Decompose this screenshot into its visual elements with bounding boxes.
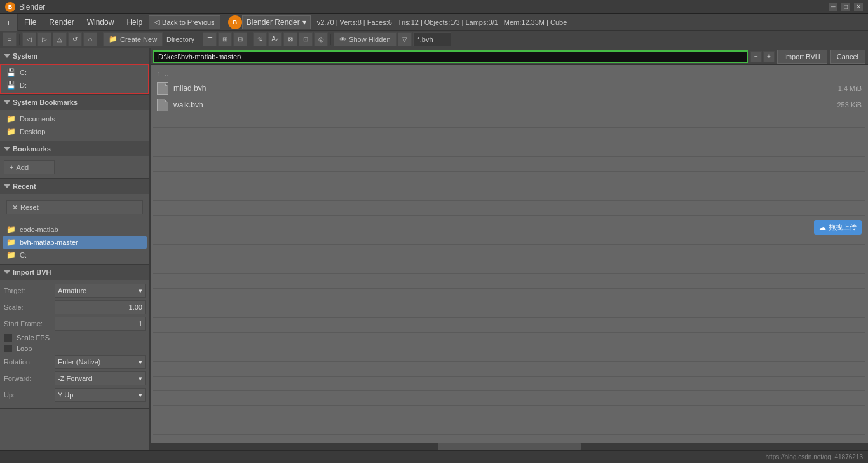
- drive-d[interactable]: 💾 D:: [3, 79, 147, 92]
- file-list-grid: [153, 113, 865, 440]
- create-new-button[interactable]: 📁 Create New: [103, 32, 163, 46]
- parent-directory-item[interactable]: ↑ ..: [153, 67, 865, 80]
- rotation-chevron-icon: ▾: [139, 358, 142, 366]
- recent-bvh-matlab-master[interactable]: 📁 bvh-matlab-master: [3, 236, 147, 249]
- scrollbar-thumb[interactable]: [438, 443, 581, 450]
- editor-type-button[interactable]: ≡: [3, 32, 17, 46]
- import-bvh-section: Import BVH Target: Armature ▾ Scale: 1.0…: [0, 265, 149, 409]
- filter-extension-input[interactable]: [413, 32, 451, 46]
- import-bvh-button[interactable]: Import BVH: [777, 50, 827, 64]
- code-matlab-folder-icon: 📁: [6, 225, 16, 234]
- scale-row: Scale: 1.00: [4, 300, 146, 314]
- render-menu[interactable]: Render: [43, 14, 80, 31]
- sidebar: System 💾 C: 💾 D: System Bookmarks: [0, 48, 151, 450]
- system-bookmarks-header[interactable]: System Bookmarks: [0, 95, 149, 110]
- filter-button[interactable]: ⊠: [283, 32, 297, 46]
- recent-collapse-icon: [4, 184, 10, 188]
- loop-checkbox[interactable]: [4, 344, 13, 353]
- system-drives: 💾 C: 💾 D:: [0, 64, 149, 94]
- sort-button[interactable]: ⇅: [253, 32, 267, 46]
- target-dropdown[interactable]: Armature ▾: [55, 284, 146, 298]
- walk-bvh-name: walk.bvh: [173, 100, 832, 109]
- forward-dropdown[interactable]: -Z Forward ▾: [55, 371, 146, 385]
- toolbar-separator-1: [19, 34, 20, 45]
- zoom-out-button[interactable]: −: [750, 51, 762, 62]
- toggle-button[interactable]: ◎: [314, 32, 328, 46]
- cloud-upload-button[interactable]: ☁ 拖拽上传: [814, 220, 862, 235]
- forward-chevron-icon: ▾: [139, 375, 142, 383]
- start-frame-input[interactable]: 1: [55, 317, 146, 331]
- view-grid-button[interactable]: ⊞: [218, 32, 232, 46]
- c-drive-label: C:: [20, 251, 27, 259]
- sort-az-button[interactable]: Az: [268, 32, 282, 46]
- bookmark-documents[interactable]: 📁 Documents: [3, 113, 147, 125]
- path-input[interactable]: [153, 50, 748, 63]
- view-tiles-button[interactable]: ⊟: [233, 32, 247, 46]
- select-all-button[interactable]: ⊡: [299, 32, 313, 46]
- file-walk-bvh[interactable]: walk.bvh 253 KiB: [153, 97, 865, 113]
- x-icon: ✕: [12, 204, 18, 212]
- nav-up-button[interactable]: △: [53, 32, 67, 46]
- add-bookmark-button[interactable]: + Add: [4, 160, 55, 174]
- show-hidden-button[interactable]: 👁 Show Hidden: [334, 32, 396, 46]
- toolbar-row: ≡ ◁ ▷ △ ↺ ⌂ 📁 Create New Directory ☰ ⊞ ⊟…: [0, 31, 868, 48]
- view-list-button[interactable]: ☰: [203, 32, 217, 46]
- drive-c[interactable]: 💾 C:: [3, 66, 147, 79]
- eye-icon: 👁: [339, 36, 346, 43]
- target-chevron-icon: ▾: [139, 287, 142, 295]
- bookmarks-header[interactable]: Bookmarks: [0, 141, 149, 156]
- nav-refresh-button[interactable]: ↺: [68, 32, 82, 46]
- render-engine-label: Blender Render: [247, 18, 300, 27]
- nav-back-button[interactable]: ◁: [22, 32, 36, 46]
- toolbar-separator-4: [250, 34, 250, 45]
- info-icon-button[interactable]: i: [0, 14, 18, 31]
- nav-forward-button[interactable]: ▷: [37, 32, 51, 46]
- maximize-button[interactable]: □: [841, 3, 850, 11]
- title-bar-left: B Blender: [5, 2, 45, 12]
- title-bar: B Blender ─ □ ✕: [0, 0, 868, 14]
- up-chevron-icon: ▾: [139, 391, 142, 399]
- help-menu[interactable]: Help: [120, 14, 149, 31]
- milad-bvh-name: milad.bvh: [173, 84, 833, 93]
- recent-header: Recent: [0, 179, 149, 194]
- reset-recent-section: ✕ Reset: [0, 194, 149, 221]
- recent-code-matlab[interactable]: 📁 code-matlab: [3, 223, 147, 236]
- system-header-label: System: [13, 52, 37, 60]
- recent-c-drive[interactable]: 📁 C:: [3, 249, 147, 261]
- target-value: Armature: [58, 287, 86, 294]
- walk-bvh-size: 253 KiB: [837, 101, 862, 109]
- toolbar-separator-2: [100, 34, 100, 45]
- walk-bvh-icon: [157, 99, 168, 111]
- recent-collapse-button[interactable]: Recent: [4, 183, 36, 190]
- cancel-button[interactable]: Cancel: [830, 50, 865, 64]
- reset-recent-button[interactable]: ✕ Reset: [6, 200, 143, 214]
- system-header[interactable]: System: [0, 48, 149, 64]
- zoom-controls: − +: [750, 51, 775, 62]
- horizontal-scrollbar[interactable]: [151, 443, 868, 450]
- file-menu[interactable]: File: [18, 14, 43, 31]
- minimize-button[interactable]: ─: [829, 3, 837, 11]
- rotation-dropdown[interactable]: Euler (Native) ▾: [55, 355, 146, 369]
- documents-label: Documents: [20, 115, 55, 123]
- system-collapse-icon: [4, 54, 10, 58]
- close-button[interactable]: ✕: [854, 3, 863, 11]
- nav-home-button[interactable]: ⌂: [83, 32, 97, 46]
- file-milad-bvh[interactable]: milad.bvh 1.4 MiB: [153, 80, 865, 97]
- documents-folder-icon: 📁: [6, 114, 16, 123]
- start-frame-row: Start Frame: 1: [4, 317, 146, 331]
- up-dropdown[interactable]: Y Up ▾: [55, 388, 146, 402]
- filter-icon-button[interactable]: ▽: [398, 32, 412, 46]
- render-engine-dropdown[interactable]: Blender Render ▾: [242, 15, 311, 29]
- recent-items-list: 📁 code-matlab 📁 bvh-matlab-master 📁 C:: [0, 221, 149, 264]
- import-bvh-header[interactable]: Import BVH: [0, 265, 149, 280]
- import-bvh-collapse-icon: [4, 270, 10, 274]
- window-menu[interactable]: Window: [81, 14, 121, 31]
- back-to-previous-button[interactable]: ◁ Back to Previous: [149, 15, 220, 29]
- bookmark-desktop[interactable]: 📁 Desktop: [3, 125, 147, 138]
- drive-c-label: C:: [20, 69, 27, 76]
- plus-icon: +: [10, 163, 13, 171]
- scale-fps-checkbox[interactable]: [4, 333, 13, 342]
- scale-input[interactable]: 1.00: [55, 300, 146, 314]
- create-new-label: Create New: [120, 36, 157, 43]
- zoom-in-button[interactable]: +: [763, 51, 775, 62]
